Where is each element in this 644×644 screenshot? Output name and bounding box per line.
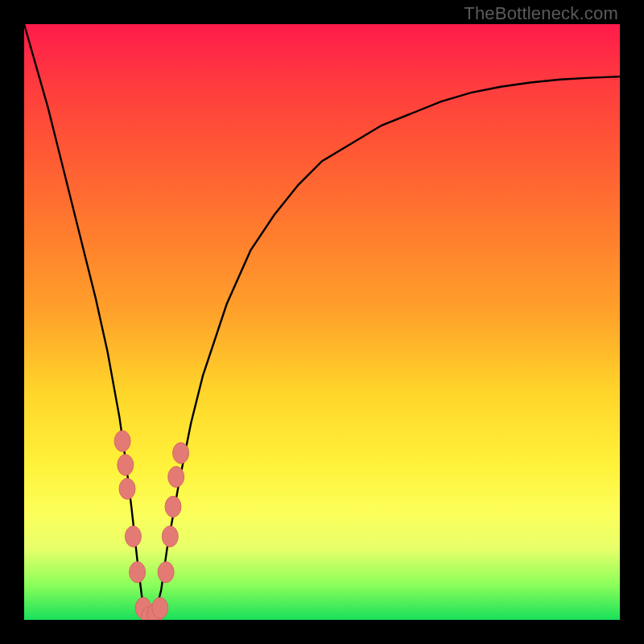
curve-marker [173, 443, 189, 464]
curve-marker [119, 478, 135, 499]
bottleneck-curve [24, 24, 620, 620]
curve-marker [125, 526, 141, 547]
curve-marker [158, 562, 174, 583]
curve-marker [162, 526, 178, 547]
curve-marker [114, 431, 130, 452]
curve-markers [114, 431, 189, 620]
curve-marker [152, 597, 168, 618]
curve-marker [165, 496, 181, 517]
curve-marker [168, 466, 184, 487]
curve-marker [118, 455, 134, 476]
watermark-text: TheBottleneck.com [464, 3, 618, 24]
plot-area [24, 24, 620, 620]
curve-line [24, 24, 620, 620]
curve-marker [130, 562, 146, 583]
chart-frame: TheBottleneck.com [0, 0, 644, 644]
